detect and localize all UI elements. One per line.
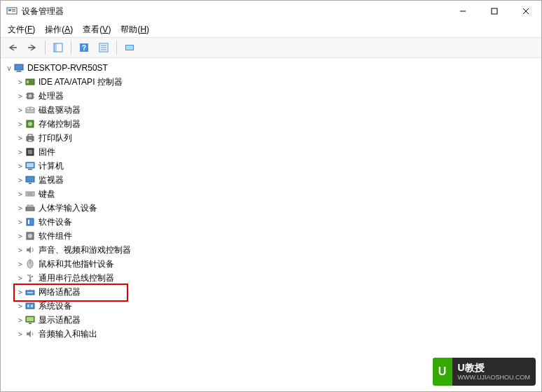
expander-icon[interactable]: > bbox=[16, 232, 25, 240]
node-label: 鼠标和其他指针设备 bbox=[39, 258, 114, 270]
expander-icon[interactable]: > bbox=[16, 302, 25, 310]
tree-node-monitor[interactable]: >监视器 bbox=[16, 173, 537, 187]
monitor-icon bbox=[25, 174, 36, 186]
svg-rect-46 bbox=[26, 192, 34, 196]
expander-icon[interactable]: > bbox=[16, 148, 25, 156]
svg-rect-69 bbox=[31, 304, 33, 307]
expander-icon[interactable]: > bbox=[16, 176, 25, 184]
svg-point-35 bbox=[28, 122, 32, 126]
forward-button[interactable] bbox=[23, 38, 41, 57]
tree-node-usb[interactable]: >通用串行总线控制器 bbox=[16, 271, 537, 285]
expander-icon[interactable]: > bbox=[16, 190, 25, 198]
svg-rect-22 bbox=[16, 71, 22, 72]
svg-rect-40 bbox=[28, 150, 32, 154]
tree-node-software[interactable]: >软件设备 bbox=[16, 215, 537, 229]
menu-view[interactable]: 查看(V) bbox=[78, 22, 115, 37]
node-label: 打印队列 bbox=[39, 132, 72, 144]
tree-children: >IDE ATA/ATAPI 控制器>处理器>磁盘驱动器>存储控制器>打印队列>… bbox=[16, 75, 537, 341]
svg-rect-67 bbox=[26, 303, 34, 309]
scan-hardware-button[interactable] bbox=[120, 38, 139, 57]
expander-icon[interactable]: > bbox=[16, 316, 25, 324]
expander-icon[interactable]: > bbox=[16, 288, 25, 296]
tree-node-ide[interactable]: >IDE ATA/ATAPI 控制器 bbox=[16, 75, 537, 89]
maximize-button[interactable] bbox=[478, 1, 510, 22]
expander-icon[interactable]: > bbox=[16, 120, 25, 128]
computer-icon bbox=[13, 62, 25, 74]
svg-rect-11 bbox=[54, 43, 57, 52]
firmware-icon bbox=[25, 146, 36, 158]
toolbar: ? bbox=[1, 38, 541, 58]
expander-icon[interactable]: > bbox=[16, 218, 25, 226]
cpu-icon bbox=[25, 90, 36, 102]
help-button[interactable]: ? bbox=[75, 38, 93, 57]
expander-icon[interactable]: v bbox=[5, 64, 13, 72]
expander-icon[interactable]: > bbox=[16, 274, 25, 282]
ide-icon bbox=[25, 76, 36, 88]
svg-rect-65 bbox=[27, 292, 33, 293]
minimize-button[interactable] bbox=[447, 1, 478, 22]
expander-icon[interactable]: > bbox=[16, 162, 25, 170]
svg-rect-5 bbox=[492, 8, 497, 14]
svg-rect-38 bbox=[28, 139, 32, 141]
expander-icon[interactable]: > bbox=[16, 78, 25, 86]
svg-rect-68 bbox=[27, 304, 29, 307]
tree-node-system[interactable]: >系统设备 bbox=[16, 299, 537, 313]
tree-node-printer[interactable]: >打印队列 bbox=[16, 131, 537, 145]
expander-icon[interactable]: > bbox=[16, 106, 25, 114]
device-tree[interactable]: v DESKTOP-RVR50ST >IDE ATA/ATAPI 控制器>处理器… bbox=[1, 58, 541, 391]
node-label: 网络适配器 bbox=[39, 286, 81, 298]
svg-point-55 bbox=[28, 234, 32, 238]
svg-rect-21 bbox=[17, 71, 21, 71]
hid-icon bbox=[25, 202, 36, 214]
tree-node-audio[interactable]: >音频输入和输出 bbox=[16, 327, 537, 341]
node-label: 键盘 bbox=[39, 188, 55, 200]
tree-node-mouse[interactable]: >鼠标和其他指针设备 bbox=[16, 257, 537, 271]
system-icon bbox=[25, 300, 36, 312]
svg-rect-1 bbox=[8, 9, 11, 11]
tree-node-component[interactable]: >软件组件 bbox=[16, 229, 537, 243]
tree-node-firmware[interactable]: >固件 bbox=[16, 145, 537, 159]
svg-rect-24 bbox=[27, 80, 29, 83]
tree-node-display[interactable]: >显示适配器 bbox=[16, 313, 537, 327]
node-label: 软件组件 bbox=[39, 230, 72, 242]
expander-icon[interactable]: > bbox=[16, 204, 25, 212]
node-label: 通用串行总线控制器 bbox=[39, 272, 114, 284]
tree-node-network[interactable]: >网络适配器 bbox=[16, 285, 537, 299]
tree-node-computer[interactable]: >计算机 bbox=[16, 159, 537, 173]
svg-rect-51 bbox=[31, 205, 33, 207]
expander-icon[interactable]: > bbox=[16, 134, 25, 142]
svg-rect-52 bbox=[27, 218, 34, 225]
tree-node-storage[interactable]: >存储控制器 bbox=[16, 117, 537, 131]
tree-node-disk[interactable]: >磁盘驱动器 bbox=[16, 103, 537, 117]
window-controls bbox=[447, 1, 541, 22]
root-label: DESKTOP-RVR50ST bbox=[27, 63, 108, 73]
svg-point-62 bbox=[27, 274, 29, 276]
properties-button[interactable] bbox=[95, 38, 113, 57]
expander-icon[interactable]: > bbox=[16, 246, 25, 254]
menu-action[interactable]: 操作(A) bbox=[41, 22, 77, 37]
printer-icon bbox=[25, 132, 36, 144]
watermark-text: U教授 WWW.UJIAOSHOU.COM bbox=[452, 358, 536, 385]
tree-node-sound[interactable]: >声音、视频和游戏控制器 bbox=[16, 243, 537, 257]
sound-icon bbox=[25, 244, 36, 255]
node-label: 人体学输入设备 bbox=[39, 202, 97, 214]
menu-help[interactable]: 帮助(H) bbox=[116, 22, 153, 37]
expander-icon[interactable]: > bbox=[16, 330, 25, 338]
expander-icon[interactable]: > bbox=[16, 92, 25, 100]
expander-icon[interactable]: > bbox=[16, 260, 25, 268]
svg-rect-72 bbox=[29, 323, 32, 324]
tree-root[interactable]: v DESKTOP-RVR50ST bbox=[5, 61, 537, 75]
tree-node-cpu[interactable]: >处理器 bbox=[16, 89, 537, 103]
menu-file[interactable]: 文件(F) bbox=[4, 22, 39, 37]
app-icon bbox=[6, 6, 18, 17]
node-label: 固件 bbox=[39, 146, 55, 158]
svg-rect-20 bbox=[15, 64, 23, 70]
svg-point-33 bbox=[29, 108, 31, 109]
back-button[interactable] bbox=[4, 38, 22, 57]
show-hide-tree-button[interactable] bbox=[49, 38, 67, 57]
close-button[interactable] bbox=[510, 1, 541, 22]
tree-node-keyboard[interactable]: >键盘 bbox=[16, 187, 537, 201]
watermark: U U教授 WWW.UJIAOSHOU.COM bbox=[433, 358, 536, 386]
node-label: 显示适配器 bbox=[39, 314, 81, 326]
tree-node-hid[interactable]: >人体学输入设备 bbox=[16, 201, 537, 215]
